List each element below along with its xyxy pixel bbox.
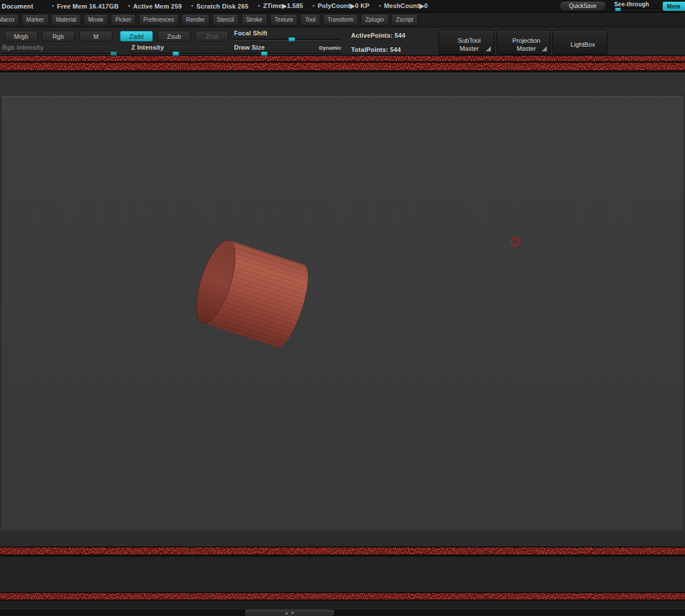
zadd-button[interactable]: Zadd	[120, 31, 153, 42]
draw-size-label: Draw Size	[234, 44, 265, 51]
m-button[interactable]: M	[79, 31, 112, 42]
draw-size-handle[interactable]	[261, 51, 268, 56]
corner-expand-icon	[486, 46, 491, 51]
z-intensity-slider[interactable]: Z Intensity	[130, 44, 228, 55]
menu-preferences[interactable]: Preferences	[139, 14, 179, 26]
focal-shift-label: Focal Shift	[234, 30, 267, 37]
top-status-bar: Document Free Mem 16.417GB Active Mem 25…	[0, 0, 685, 13]
stat-meshcount: MeshCount▶0	[378, 2, 428, 10]
menu-zscript[interactable]: Zscript	[392, 14, 418, 26]
red-noise-band	[0, 548, 685, 554]
draw-size-track[interactable]	[233, 53, 341, 54]
focal-shift-handle[interactable]	[288, 37, 295, 42]
mem-button[interactable]: Mem	[663, 2, 685, 11]
rgb-intensity-slider[interactable]: Rgb Intensity	[1, 44, 117, 55]
see-through-slider[interactable]: See-through	[614, 1, 664, 10]
red-noise-band	[0, 63, 685, 70]
menu-movie[interactable]: Movie	[84, 14, 108, 26]
menu-stencil[interactable]: Stencil	[212, 14, 239, 26]
corner-expand-icon	[542, 46, 547, 51]
total-points-readout: TotalPoints: 544	[351, 46, 401, 53]
horizontal-scrollbar-thumb[interactable]: ▲ ▼	[245, 610, 334, 615]
zsub-button[interactable]: Zsub	[158, 31, 191, 42]
z-intensity-label: Z Intensity	[131, 44, 164, 51]
focal-shift-track[interactable]	[233, 39, 341, 40]
mrgb-button[interactable]: Mrgb	[5, 31, 38, 42]
draw-size-slider[interactable]: Draw Size Dynamic	[233, 44, 341, 55]
subtool-master-line1: SubTool	[458, 37, 481, 44]
dynamic-tag: Dynamic	[319, 45, 341, 51]
menu-tool[interactable]: Tool	[300, 14, 320, 26]
sculpt-canvas[interactable]	[0, 96, 685, 530]
focal-shift-slider[interactable]: Focal Shift	[233, 30, 341, 41]
stat-free-mem: Free Mem 16.417GB	[51, 3, 118, 10]
quicksave-button[interactable]: QuickSave	[559, 1, 606, 11]
stat-ztime: ZTime▶1.585	[257, 2, 303, 10]
lightbox-label: LightBox	[571, 41, 595, 48]
stat-scratch-disk: Scratch Disk 265	[191, 3, 249, 10]
see-through-track[interactable]	[614, 9, 664, 10]
cylinder-3d-object	[183, 234, 309, 357]
active-points-readout: ActivePoints: 544	[351, 32, 405, 39]
menu-picker[interactable]: Picker	[111, 14, 136, 26]
menu-marker[interactable]: Marker	[22, 14, 49, 26]
subtool-master-line2: Master	[460, 45, 479, 52]
see-through-handle[interactable]	[615, 7, 621, 11]
zcut-button[interactable]: Zcut	[195, 31, 228, 42]
tool-options-row: Mrgb Rgb M Zadd Zsub Zcut Rgb Intensity …	[0, 27, 685, 55]
menu-bar: Macro Marker Material Movie Picker Prefe…	[0, 13, 685, 27]
rgb-intensity-track[interactable]	[1, 53, 117, 54]
menu-zplugin[interactable]: Zplugin	[361, 14, 389, 26]
red-noise-band	[0, 593, 685, 599]
scroll-up-icon[interactable]: ▲	[285, 611, 289, 615]
document-title: Document	[2, 3, 33, 10]
document-bottom-margin	[0, 530, 685, 546]
rgb-intensity-label: Rgb Intensity	[2, 44, 43, 51]
menu-transform[interactable]: Transform	[323, 14, 358, 26]
z-intensity-track[interactable]	[130, 53, 228, 54]
menu-texture[interactable]: Texture	[270, 14, 298, 26]
rgb-button[interactable]: Rgb	[42, 31, 75, 42]
projection-master-button[interactable]: Projection Master	[497, 30, 550, 55]
menu-stroke[interactable]: Stroke	[241, 14, 267, 26]
red-noise-band	[0, 56, 685, 61]
lower-panel-zone	[0, 557, 685, 592]
lightbox-button[interactable]: LightBox	[553, 30, 607, 55]
menu-macro[interactable]: Macro	[0, 14, 19, 26]
see-through-label: See-through	[614, 1, 664, 7]
z-intensity-handle[interactable]	[172, 51, 179, 56]
menu-render[interactable]: Render	[182, 14, 209, 26]
document-top-margin	[0, 72, 685, 96]
projection-master-line1: Projection	[513, 37, 541, 44]
rgb-intensity-handle[interactable]	[110, 51, 117, 56]
subtool-master-button[interactable]: SubTool Master	[438, 30, 494, 55]
menu-material[interactable]: Material	[51, 14, 81, 26]
brush-cursor-circle	[511, 237, 519, 246]
scroll-down-icon[interactable]: ▼	[291, 611, 295, 615]
stat-active-mem: Active Mem 259	[128, 3, 182, 10]
stat-polycount: PolyCount▶0 KP	[312, 2, 369, 10]
projection-master-line2: Master	[517, 45, 536, 52]
horizontal-scrollbar-track[interactable]: ▲ ▼	[0, 609, 685, 616]
